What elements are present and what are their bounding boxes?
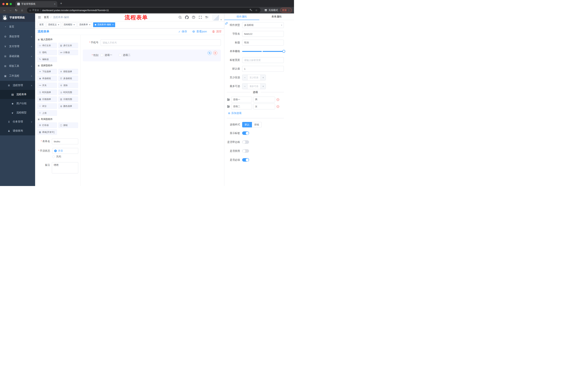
close-icon[interactable]: ×: [58, 23, 59, 26]
tab-component-props[interactable]: 组件属性: [224, 13, 259, 20]
drag-handle-icon[interactable]: [227, 105, 230, 108]
border-switch[interactable]: [242, 140, 249, 144]
delete-widget-button[interactable]: [213, 51, 217, 55]
form-name-input[interactable]: [52, 138, 78, 144]
sidebar-item-task-mgmt[interactable]: ⊻ 任务管理 ∨: [0, 117, 35, 126]
hamburger-icon[interactable]: [38, 15, 41, 19]
font-size-icon[interactable]: TT: [205, 16, 208, 19]
sidebar-item-user-group[interactable]: ☻ 用户分组: [0, 99, 35, 108]
component-counter[interactable]: 123计数器: [58, 50, 78, 55]
password-key-icon[interactable]: [249, 9, 253, 12]
window-close-button[interactable]: [2, 3, 5, 5]
style-default-button[interactable]: 默认: [242, 122, 252, 128]
sidebar-item-devtools[interactable]: ⊠ 研发工具 ∨: [0, 61, 35, 71]
browser-home-icon[interactable]: ⌂: [20, 9, 24, 12]
phone-input[interactable]: [101, 39, 221, 46]
component-rate[interactable]: ☆评分: [37, 103, 57, 109]
plus-button[interactable]: +: [261, 75, 266, 80]
form-remark-textarea[interactable]: 嘿嘿: [52, 162, 78, 173]
drag-handle-icon[interactable]: [227, 98, 230, 101]
tag-process-form-edit[interactable]: 流程表单-编辑 ×: [93, 22, 115, 27]
close-icon[interactable]: ×: [89, 23, 90, 26]
copy-widget-button[interactable]: [208, 51, 211, 55]
new-tab-button[interactable]: +: [59, 1, 63, 6]
avatar[interactable]: [212, 14, 219, 21]
default-value-input[interactable]: [242, 66, 284, 72]
disabled-switch[interactable]: [242, 149, 249, 153]
component-cascader[interactable]: ⋔级联选择: [58, 69, 78, 74]
component-button[interactable]: ▢按钮: [58, 122, 78, 128]
update-button[interactable]: 更新 ⋮: [280, 8, 292, 12]
github-icon[interactable]: [185, 15, 189, 19]
clear-button[interactable]: 清空: [212, 30, 221, 33]
browser-tab[interactable]: 芋道管理系统 ×: [15, 1, 57, 7]
avatar-caret-down-icon[interactable]: ∨: [220, 19, 222, 21]
component-slider[interactable]: ╪滑块: [58, 83, 78, 88]
sidebar-item-leave-query[interactable]: ♟ 请假查询: [0, 126, 35, 135]
sidebar-item-workflow[interactable]: ▣ 工作流程 ∧: [0, 71, 35, 81]
minus-button[interactable]: −: [242, 75, 247, 80]
reload-icon[interactable]: ↻: [14, 9, 19, 12]
checkbox[interactable]: [101, 54, 103, 56]
component-password[interactable]: ⊡密码: [37, 50, 57, 55]
component-date-picker[interactable]: ▦日期选择: [37, 96, 57, 102]
status-on-radio[interactable]: 开启: [52, 148, 78, 154]
sidebar-logo[interactable]: 芋道管理系统: [0, 13, 35, 22]
option-name-input[interactable]: [231, 104, 252, 109]
slider-handle[interactable]: [282, 50, 285, 53]
breadcrumb-home[interactable]: 首页: [44, 16, 49, 19]
component-multi-text[interactable]: ▤多行文本: [58, 43, 78, 48]
sidebar-item-process-model[interactable]: ▶ 流程模型: [0, 108, 35, 117]
tag-process-definition[interactable]: 流程定义 ×: [46, 22, 61, 27]
component-switch[interactable]: ⊶开关: [37, 83, 57, 88]
fullscreen-icon[interactable]: [199, 15, 202, 19]
component-upload[interactable]: ⇪上传: [37, 110, 57, 116]
component-color-picker[interactable]: ◍颜色选择: [58, 103, 78, 109]
window-minimize-button[interactable]: [6, 3, 8, 5]
max-select-value[interactable]: 最多可选: [247, 84, 261, 89]
forward-icon[interactable]: →: [8, 9, 13, 12]
remove-option-icon[interactable]: [276, 98, 279, 101]
selected-widget-gender[interactable]: *性别 选项一 选项二: [83, 50, 221, 61]
save-button[interactable]: ✓ 保存: [178, 30, 187, 33]
phone-field-row[interactable]: *手机号: [83, 39, 221, 46]
component-single-text[interactable]: ▭单行文本: [37, 43, 57, 48]
option-value-input[interactable]: [253, 104, 275, 109]
minus-button[interactable]: −: [242, 84, 247, 89]
option-name-input[interactable]: [231, 97, 252, 102]
required-switch[interactable]: [242, 158, 249, 162]
component-radio-group[interactable]: ◉单选框组: [37, 76, 57, 81]
help-icon[interactable]: [192, 15, 195, 19]
remove-option-icon[interactable]: [276, 105, 279, 108]
label-width-input[interactable]: [242, 57, 284, 63]
view-json-button[interactable]: 查看json: [192, 30, 207, 33]
sidebar-item-system[interactable]: ⚙ 系统管理 ∨: [0, 32, 35, 42]
close-icon[interactable]: ×: [74, 23, 75, 26]
tab-close-icon[interactable]: ×: [54, 2, 55, 5]
min-select-value[interactable]: 至少应选: [247, 75, 261, 80]
slider-track[interactable]: [242, 51, 284, 52]
browser-menu-icon[interactable]: ⋮: [288, 9, 290, 12]
component-table[interactable]: ▩表格[开发中]: [37, 129, 57, 135]
component-date-range[interactable]: ▥日期范围: [58, 96, 78, 102]
bookmark-star-icon[interactable]: ☆: [254, 9, 258, 12]
sidebar-item-process-mgmt[interactable]: ≣ 流程管理 ∧: [0, 81, 35, 90]
address-bar[interactable]: ⚠ 不安全 dashboard.yudao.iocoder.cn/bpm/man…: [27, 8, 261, 13]
close-icon[interactable]: ×: [112, 23, 114, 26]
add-option-button[interactable]: ⊕ 添加选项: [228, 112, 284, 115]
tag-home[interactable]: 首页: [38, 22, 45, 27]
sidebar-item-infrastructure[interactable]: ⊞ 基础设施 ∨: [0, 51, 35, 61]
component-time-range[interactable]: ◶时间范围: [58, 90, 78, 95]
window-zoom-button[interactable]: [10, 3, 12, 5]
component-checkbox-group[interactable]: ☑多选框组: [58, 76, 78, 81]
sidebar-item-home[interactable]: ◔ 首页: [0, 22, 35, 32]
field-name-input[interactable]: [242, 31, 284, 37]
grid-slider[interactable]: [242, 48, 284, 54]
sidebar-item-payment[interactable]: ¥ 支付管理 ∨: [0, 42, 35, 51]
title-input[interactable]: [242, 40, 284, 45]
tag-process-form[interactable]: 流程表单 ×: [77, 22, 92, 27]
status-off-radio[interactable]: 关闭: [52, 154, 61, 158]
option-value-input[interactable]: [253, 97, 275, 102]
component-row-container[interactable]: ⊞行容器: [37, 122, 57, 128]
show-label-switch[interactable]: [242, 131, 249, 135]
